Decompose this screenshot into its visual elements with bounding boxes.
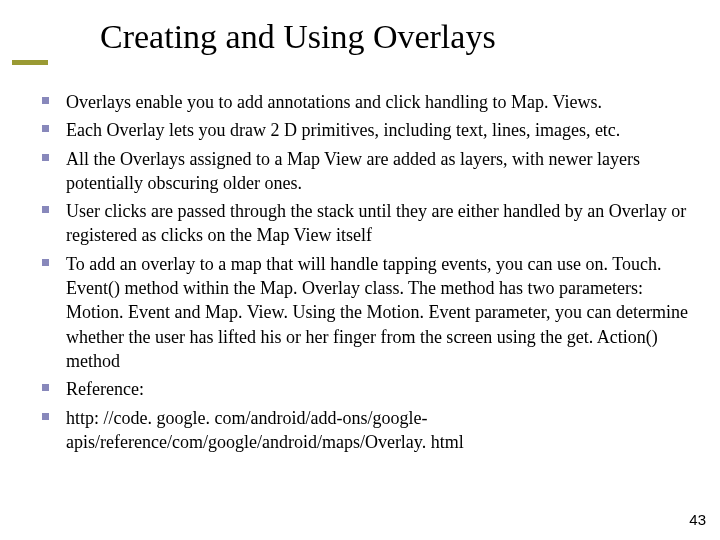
bullet-icon bbox=[42, 384, 49, 391]
bullet-icon bbox=[42, 413, 49, 420]
bullet-text: To add an overlay to a map that will han… bbox=[66, 254, 688, 371]
bullet-icon bbox=[42, 259, 49, 266]
list-item: Each Overlay lets you draw 2 D primitive… bbox=[38, 118, 690, 142]
list-item: Reference: bbox=[38, 377, 690, 401]
list-item: http: //code. google. com/android/add-on… bbox=[38, 406, 690, 455]
bullet-text: Reference: bbox=[66, 379, 144, 399]
accent-bar bbox=[12, 60, 48, 65]
bullet-text: Each Overlay lets you draw 2 D primitive… bbox=[66, 120, 620, 140]
bullet-text: Overlays enable you to add annotations a… bbox=[66, 92, 602, 112]
bullet-icon bbox=[42, 206, 49, 213]
list-item: All the Overlays assigned to a Map View … bbox=[38, 147, 690, 196]
bullet-icon bbox=[42, 125, 49, 132]
bullet-list: Overlays enable you to add annotations a… bbox=[38, 90, 690, 454]
list-item: Overlays enable you to add annotations a… bbox=[38, 90, 690, 114]
bullet-icon bbox=[42, 154, 49, 161]
list-item: To add an overlay to a map that will han… bbox=[38, 252, 690, 373]
list-item: User clicks are passed through the stack… bbox=[38, 199, 690, 248]
page-number: 43 bbox=[689, 511, 706, 528]
slide-title: Creating and Using Overlays bbox=[100, 18, 496, 56]
bullet-icon bbox=[42, 97, 49, 104]
bullet-text: User clicks are passed through the stack… bbox=[66, 201, 686, 245]
content-area: Overlays enable you to add annotations a… bbox=[38, 90, 690, 458]
bullet-text: All the Overlays assigned to a Map View … bbox=[66, 149, 640, 193]
bullet-text: http: //code. google. com/android/add-on… bbox=[66, 408, 464, 452]
slide: Creating and Using Overlays Overlays ena… bbox=[0, 0, 720, 540]
